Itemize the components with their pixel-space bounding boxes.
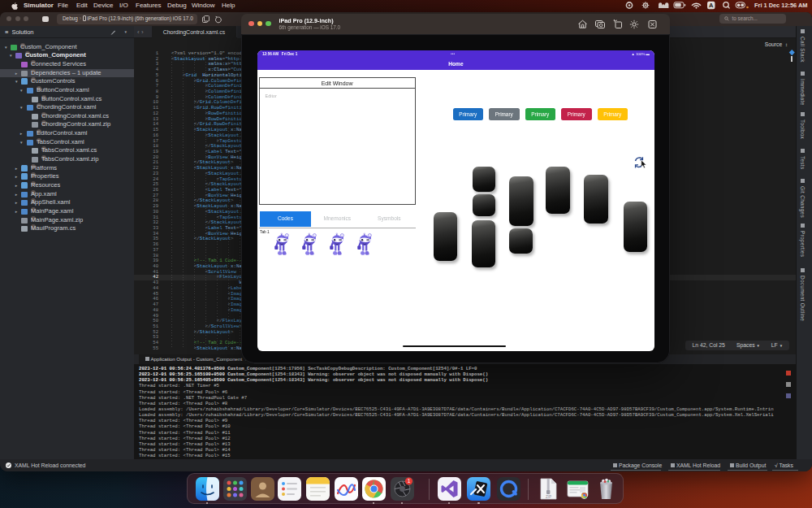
- svg-text:1: 1: [407, 478, 410, 484]
- svg-text:ZIP: ZIP: [546, 495, 551, 499]
- svg-text:A: A: [709, 2, 714, 9]
